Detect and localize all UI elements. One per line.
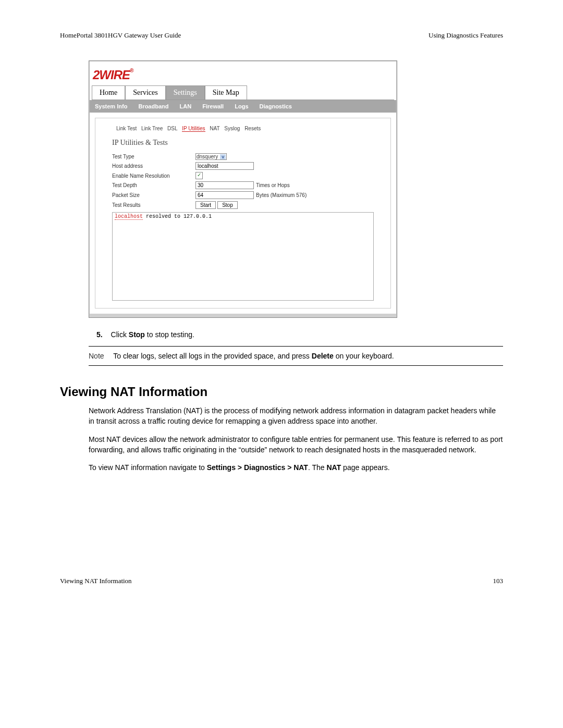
subnav-firewall[interactable]: Firewall (202, 103, 224, 109)
checkbox-enable-name-resolution[interactable]: ✓ (195, 172, 203, 179)
screenshot-figure: 2WIRE® Home Services Settings Site Map S… (89, 60, 397, 318)
results-rest: resolved to 127.0.0.1 (143, 214, 212, 219)
label-test-type: Test Type (112, 154, 195, 159)
tert-resets[interactable]: Resets (244, 126, 261, 131)
select-test-type[interactable]: dnsquery v (195, 153, 227, 160)
step-5: 5. Click Stop to stop testing. (96, 330, 503, 339)
header-left: HomePortal 3801HGV Gateway User Guide (60, 31, 181, 40)
label-packet-size: Packet Size (112, 192, 195, 198)
page-footer: Viewing NAT Information 103 (60, 577, 503, 585)
note-text-bold: Delete (312, 352, 334, 360)
results-textarea[interactable]: localhost resolved to 127.0.0.1 (112, 212, 374, 301)
note-block: Note To clear logs, select all logs in t… (89, 346, 503, 366)
chevron-down-icon: v (220, 154, 226, 159)
paragraph-2: Most NAT devices allow the network admin… (89, 434, 503, 455)
subnav-diagnostics[interactable]: Diagnostics (260, 103, 292, 109)
footer-left: Viewing NAT Information (60, 577, 132, 585)
page-header: HomePortal 3801HGV Gateway User Guide Us… (60, 31, 503, 40)
note-label: Note (89, 352, 104, 360)
tert-ip-utilities[interactable]: IP Utilities (182, 126, 205, 132)
label-test-results: Test Results (112, 202, 195, 208)
nav-settings[interactable]: Settings (166, 85, 205, 100)
section-title: IP Utilities & Tests (112, 139, 383, 147)
header-right: Using Diagnostics Features (429, 31, 503, 40)
nav-services[interactable]: Services (125, 85, 165, 100)
label-test-depth-units: Times or Hops (256, 182, 290, 188)
label-packet-size-units: Bytes (Maximum 576) (256, 192, 307, 198)
tert-link-test[interactable]: Link Test (116, 126, 137, 131)
inner-panel: Link Test Link Tree DSL IP Utilities NAT… (95, 118, 391, 309)
start-button[interactable]: Start (195, 201, 216, 209)
input-test-depth[interactable] (195, 181, 254, 189)
tert-syslog[interactable]: Syslog (224, 126, 240, 131)
note-text-before: To clear logs, select all logs in the pr… (113, 352, 312, 360)
label-test-depth: Test Depth (112, 182, 195, 188)
results-host: localhost (115, 214, 143, 220)
brand-logo: 2WIRE® (90, 61, 396, 85)
footer-right: 103 (493, 577, 504, 585)
label-enable-name-resolution: Enable Name Resolution (112, 173, 195, 179)
tert-dsl[interactable]: DSL (167, 126, 177, 131)
subnav-logs[interactable]: Logs (235, 103, 248, 109)
stop-button[interactable]: Stop (217, 201, 238, 209)
label-host-address: Host address (112, 163, 195, 169)
subnav-broadband[interactable]: Broadband (138, 103, 168, 109)
nav-home[interactable]: Home (92, 85, 125, 100)
paragraph-1: Network Address Translation (NAT) is the… (89, 405, 503, 427)
input-host-address[interactable] (195, 162, 254, 170)
subnav-system-info[interactable]: System Info (95, 103, 127, 109)
subnav-lan[interactable]: LAN (180, 103, 192, 109)
main-nav: Home Services Settings Site Map (92, 85, 394, 100)
sub-nav: System Info Broadband LAN Firewall Logs … (90, 100, 396, 113)
tert-link-tree[interactable]: Link Tree (141, 126, 163, 131)
paragraph-3: To view NAT information navigate to Sett… (89, 462, 503, 473)
tert-nat[interactable]: NAT (210, 126, 219, 131)
step-text-before: Click (111, 330, 129, 339)
step-text-after: to stop testing. (145, 330, 194, 339)
step-number: 5. (96, 330, 103, 339)
nav-site-map[interactable]: Site Map (205, 85, 247, 100)
input-packet-size[interactable] (195, 191, 254, 199)
step-text-bold: Stop (129, 330, 145, 339)
note-text-after: on your keyboard. (334, 352, 394, 360)
tertiary-nav: Link Test Link Tree DSL IP Utilities NAT… (116, 126, 383, 131)
heading-viewing-nat: Viewing NAT Information (60, 385, 503, 399)
